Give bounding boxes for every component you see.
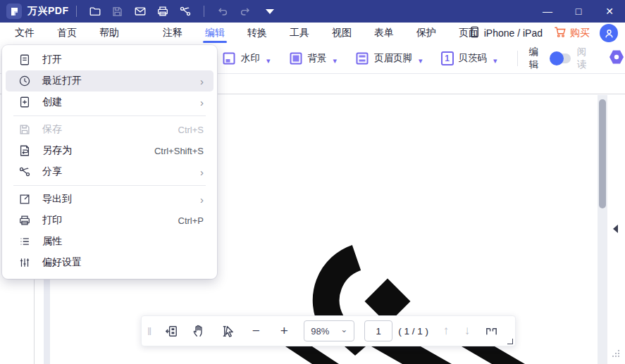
header-footer-button[interactable]: 页眉页脚 ▾ bbox=[355, 51, 423, 65]
menu-item-share[interactable]: 分享 › bbox=[6, 161, 214, 182]
menu-item-recent[interactable]: 最近打开 › bbox=[6, 70, 214, 92]
right-panel-strip bbox=[607, 94, 625, 364]
undo-icon[interactable] bbox=[211, 0, 234, 23]
watermark-icon bbox=[222, 51, 236, 65]
cart-icon bbox=[554, 26, 567, 40]
bates-number-button[interactable]: 1 贝茨码 ▾ bbox=[441, 51, 497, 65]
drag-handle[interactable]: ‖ bbox=[147, 325, 150, 337]
submenu-arrow-icon: › bbox=[200, 166, 204, 178]
quick-access-dropdown-icon[interactable] bbox=[256, 0, 279, 23]
submenu-arrow-icon: › bbox=[200, 96, 204, 108]
print-icon[interactable] bbox=[151, 0, 174, 23]
tab-tools[interactable]: 工具 bbox=[287, 23, 311, 44]
read-mode-label: 阅读 bbox=[577, 46, 593, 71]
menu-item-save[interactable]: 保存 Ctrl+S bbox=[6, 119, 214, 140]
preferences-icon bbox=[18, 256, 31, 269]
background-button[interactable]: 背景 ▾ bbox=[289, 51, 338, 65]
tab-home[interactable]: 首页 bbox=[55, 23, 79, 44]
tab-form[interactable]: 表单 bbox=[372, 23, 396, 44]
panel-collapse-icon[interactable] bbox=[613, 225, 618, 233]
edit-mode-label: 编辑 bbox=[528, 46, 544, 71]
email-icon[interactable] bbox=[129, 0, 151, 23]
background-label: 背景 bbox=[308, 52, 327, 65]
watermark-button[interactable]: 水印 ▾ bbox=[222, 51, 271, 65]
app-logo-icon bbox=[6, 4, 22, 19]
next-page-button[interactable]: ↓ bbox=[457, 324, 478, 338]
header-footer-icon bbox=[355, 51, 369, 65]
titlebar-divider bbox=[204, 6, 204, 17]
zoom-in-button[interactable]: + bbox=[272, 319, 296, 343]
title-bar: 万兴PDF bbox=[0, 0, 625, 23]
header-footer-label: 页眉页脚 bbox=[374, 52, 412, 65]
tab-edit[interactable]: 编辑 bbox=[203, 23, 227, 44]
shortcut-label: Ctrl+P bbox=[178, 215, 204, 226]
app-title: 万兴PDF bbox=[27, 5, 69, 18]
app-window: 万兴PDF bbox=[0, 0, 625, 364]
save-icon bbox=[18, 123, 31, 136]
open-file-icon[interactable] bbox=[84, 0, 106, 23]
close-button[interactable]: ✕ bbox=[594, 0, 625, 23]
clock-icon bbox=[18, 75, 31, 87]
thumbnail-panel-icon[interactable] bbox=[159, 319, 183, 343]
menu-item-create[interactable]: 创建 › bbox=[6, 92, 214, 113]
toggle-knob bbox=[550, 51, 564, 65]
menu-item-preferences[interactable]: 偏好设置 bbox=[6, 252, 214, 273]
watermark-label: 水印 bbox=[241, 52, 260, 65]
device-label: iPhone / iPad bbox=[484, 27, 543, 39]
page-number-input[interactable] bbox=[364, 320, 392, 341]
chevron-down-icon[interactable]: ▾ bbox=[493, 56, 497, 65]
zoom-out-button[interactable]: − bbox=[244, 319, 268, 343]
menu-separator bbox=[13, 185, 206, 186]
tab-comment[interactable]: 注释 bbox=[161, 23, 185, 44]
vertical-scrollbar[interactable] bbox=[598, 95, 607, 364]
menu-bar: 文件 首页 帮助 注释 编辑 转换 工具 视图 表单 保护 页面 iPhone … bbox=[0, 23, 625, 44]
toolbar-resize-corner[interactable] bbox=[507, 339, 513, 344]
maximize-button[interactable]: □ bbox=[563, 0, 594, 23]
resize-grip[interactable] bbox=[612, 350, 619, 357]
account-avatar[interactable] bbox=[600, 24, 618, 42]
fit-width-icon[interactable] bbox=[480, 319, 504, 343]
tab-convert[interactable]: 转换 bbox=[245, 23, 269, 44]
ribbon-divider bbox=[517, 51, 518, 66]
hand-tool-icon[interactable] bbox=[187, 319, 211, 343]
previous-page-button[interactable]: ↑ bbox=[435, 324, 457, 338]
chevron-down-icon: ⌄ bbox=[340, 325, 347, 334]
print-icon bbox=[18, 214, 31, 227]
tab-view[interactable]: 视图 bbox=[330, 23, 354, 44]
chevron-down-icon[interactable]: ▾ bbox=[266, 56, 271, 65]
save-as-icon bbox=[18, 144, 31, 157]
menu-item-print[interactable]: 打印 Ctrl+P bbox=[6, 210, 214, 231]
bates-number-label: 贝茨码 bbox=[459, 52, 488, 65]
properties-icon bbox=[18, 235, 31, 248]
buy-label: 购买 bbox=[570, 27, 590, 39]
scrollbar-thumb[interactable] bbox=[599, 99, 606, 208]
minimize-button[interactable]: — bbox=[532, 0, 563, 23]
zoom-level-select[interactable]: 98% ⌄ bbox=[304, 320, 354, 341]
tab-help[interactable]: 帮助 bbox=[97, 23, 121, 44]
background-icon bbox=[289, 51, 303, 65]
tab-file[interactable]: 文件 bbox=[13, 23, 37, 44]
page-navigation-toolbar: ‖ − + 98% ⌄ ( 1 / 1 ) ↑ ↓ bbox=[141, 315, 516, 346]
menu-item-save-as[interactable]: 另存为 Ctrl+Shift+S bbox=[6, 140, 214, 161]
titlebar-divider bbox=[76, 6, 77, 17]
device-link[interactable]: iPhone / iPad bbox=[469, 26, 543, 40]
share-icon bbox=[18, 165, 31, 178]
hexagon-badge-icon[interactable] bbox=[608, 49, 625, 68]
shortcut-label: Ctrl+S bbox=[178, 125, 204, 135]
save-icon[interactable] bbox=[106, 0, 129, 23]
share-icon[interactable] bbox=[174, 0, 197, 23]
select-tool-icon[interactable] bbox=[216, 319, 240, 343]
menu-separator bbox=[13, 115, 206, 116]
chevron-down-icon[interactable]: ▾ bbox=[419, 56, 423, 65]
redo-icon[interactable] bbox=[234, 0, 256, 23]
edit-read-toggle[interactable] bbox=[551, 54, 571, 63]
submenu-arrow-icon: › bbox=[200, 194, 204, 206]
new-document-icon bbox=[18, 96, 31, 108]
menu-item-properties[interactable]: 属性 bbox=[6, 231, 214, 252]
tab-protect[interactable]: 保护 bbox=[414, 23, 438, 44]
chevron-down-icon[interactable]: ▾ bbox=[333, 56, 338, 65]
menu-item-export[interactable]: 导出到 › bbox=[6, 189, 214, 210]
document-icon bbox=[18, 54, 31, 66]
menu-item-open[interactable]: 打开 bbox=[6, 49, 214, 70]
buy-button[interactable]: 购买 bbox=[554, 26, 590, 40]
